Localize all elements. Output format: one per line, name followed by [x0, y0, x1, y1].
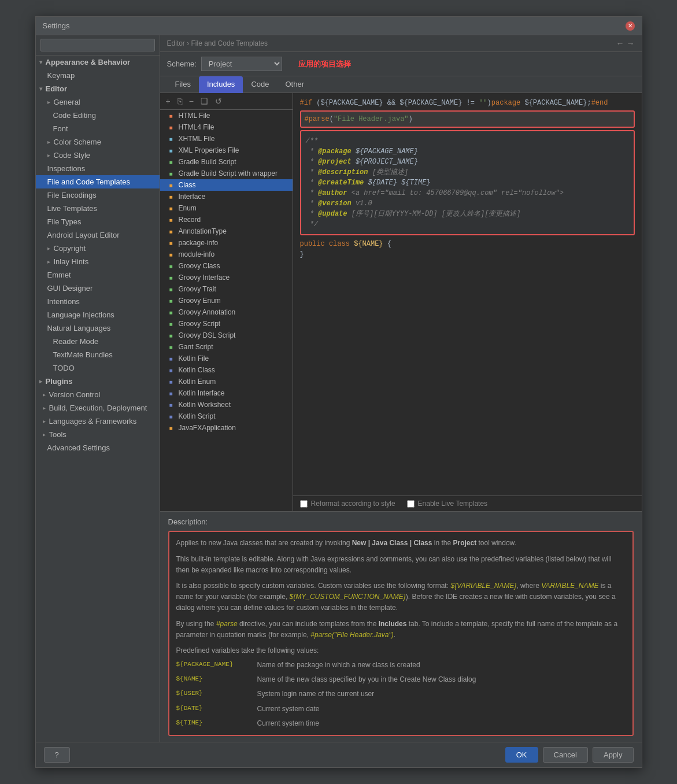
sidebar-item-editor[interactable]: ▾Editor [36, 82, 160, 95]
file-item[interactable]: ■Interface [160, 191, 293, 202]
sidebar-item-color-scheme[interactable]: ▸Color Scheme [36, 135, 160, 149]
sidebar-item-inlay-hints[interactable]: ▸Inlay Hints [36, 255, 160, 268]
sidebar-item-label-reader-mode: Reader Mode [53, 337, 99, 346]
tab-files[interactable]: Files [167, 76, 199, 93]
java-file-icon: ■ [167, 216, 175, 224]
sidebar-item-label-file-encodings: File Encodings [47, 191, 97, 199]
sidebar-item-copyright[interactable]: ▸Copyright [36, 242, 160, 255]
sidebar-item-general[interactable]: ▸General [36, 95, 160, 109]
file-item[interactable]: ■Record [160, 214, 293, 225]
file-item-label: HTML4 File [179, 123, 214, 131]
sidebar-item-font[interactable]: Font [36, 122, 160, 135]
file-item[interactable]: ■XML Properties File [160, 145, 293, 156]
file-item[interactable]: ■Groovy Annotation [160, 306, 293, 318]
groovy-file-icon: ■ [167, 285, 175, 293]
sidebar-item-code-editing[interactable]: Code Editing [36, 109, 160, 122]
live-templates-checkbox[interactable] [407, 500, 415, 508]
sidebar-item-label-color-scheme: Color Scheme [54, 138, 101, 146]
nav-forward-arrow[interactable]: → [627, 39, 635, 48]
apply-button[interactable]: Apply [593, 747, 634, 763]
sidebar-item-android-layout-editor[interactable]: Android Layout Editor [36, 228, 160, 242]
sidebar-item-gui-designer[interactable]: GUI Designer [36, 282, 160, 295]
file-item[interactable]: ■Groovy DSL Script [160, 330, 293, 341]
file-item[interactable]: ■Groovy Interface [160, 272, 293, 283]
sidebar-item-plugins[interactable]: ▸Plugins [36, 375, 160, 388]
sidebar-search-input[interactable] [40, 39, 155, 51]
file-item[interactable]: ■Kotlin File [160, 353, 293, 364]
ok-button[interactable]: OK [505, 747, 538, 763]
file-item[interactable]: ■Gradle Build Script with wrapper [160, 168, 293, 179]
scheme-select[interactable]: Project Default [201, 57, 282, 71]
file-item[interactable]: ■Gradle Build Script [160, 156, 293, 168]
sidebar-item-file-encodings[interactable]: File Encodings [36, 188, 160, 202]
sidebar-item-label-file-code-templates: File and Code Templates [47, 177, 131, 186]
sidebar-item-advanced-settings[interactable]: Advanced Settings [36, 441, 160, 454]
file-item[interactable]: ■Kotlin Worksheet [160, 399, 293, 411]
file-item[interactable]: ■Kotlin Class [160, 364, 293, 376]
sidebar-item-emmet[interactable]: Emmet [36, 268, 160, 282]
variable-desc: Current system time [257, 718, 319, 729]
copy-template-button[interactable]: ⎘ [175, 95, 184, 107]
sidebar-item-version-control[interactable]: ▸Version Control [36, 388, 160, 401]
sidebar-item-build-execution[interactable]: ▸Build, Execution, Deployment [36, 401, 160, 415]
file-item[interactable]: ■Groovy Script [160, 318, 293, 330]
file-item[interactable]: ■JavaFXApplication [160, 422, 293, 434]
expand-arrow-color-scheme: ▸ [47, 139, 50, 145]
tab-other[interactable]: Other [277, 76, 312, 93]
file-item-label: XHTML File [179, 135, 215, 143]
sidebar-item-languages-frameworks[interactable]: ▸Languages & Frameworks [36, 415, 160, 428]
file-item-label: Kotlin Worksheet [179, 401, 231, 409]
file-item[interactable]: ■Kotlin Interface [160, 387, 293, 399]
sidebar-item-keymap[interactable]: Keymap [36, 69, 160, 82]
sidebar-item-file-code-templates[interactable]: File and Code Templates [36, 175, 160, 188]
file-item[interactable]: ■HTML4 File [160, 121, 293, 133]
main-content: Editor › File and Code Templates ← → Sch… [160, 35, 642, 742]
file-item[interactable]: ■package-info [160, 237, 293, 249]
groovy-file-icon: ■ [167, 297, 175, 305]
file-item[interactable]: ■Kotlin Script [160, 411, 293, 422]
sidebar-item-label-general: General [54, 98, 80, 106]
tab-includes[interactable]: Includes [199, 76, 243, 93]
file-item[interactable]: ■module-info [160, 249, 293, 260]
duplicate-template-button[interactable]: ❑ [198, 95, 210, 107]
sidebar-item-tools[interactable]: ▸Tools [36, 428, 160, 441]
sidebar-item-reader-mode[interactable]: Reader Mode [36, 335, 160, 348]
file-item[interactable]: ■Class [160, 179, 293, 191]
remove-template-button[interactable]: − [187, 95, 196, 107]
file-item[interactable]: ■Kotlin Enum [160, 376, 293, 387]
sidebar-item-live-templates[interactable]: Live Templates [36, 202, 160, 215]
sidebar-item-intentions[interactable]: Intentions [36, 295, 160, 308]
gradle-file-icon: ■ [167, 158, 175, 166]
sidebar-item-textmate-bundles[interactable]: TextMate Bundles [36, 348, 160, 361]
reset-template-button[interactable]: ↺ [213, 95, 224, 107]
file-list-items: ■HTML File■HTML4 File■XHTML File■XML Pro… [160, 110, 293, 434]
sidebar-item-natural-languages[interactable]: Natural Languages [36, 321, 160, 335]
file-item[interactable]: ■Groovy Enum [160, 295, 293, 306]
sidebar-item-code-style[interactable]: ▸Code Style [36, 149, 160, 162]
sidebar-item-file-types[interactable]: File Types [36, 215, 160, 228]
live-templates-checkbox-label[interactable]: Enable Live Templates [407, 500, 488, 508]
file-item[interactable]: ■Gant Script [160, 341, 293, 353]
reformat-checkbox-label[interactable]: Reformat according to style [300, 500, 395, 508]
sidebar-item-inspections[interactable]: Inspections [36, 162, 160, 175]
sidebar-item-language-injections[interactable]: Language Injections [36, 308, 160, 321]
file-item-label: AnnotationType [179, 227, 227, 235]
file-item[interactable]: ■Groovy Class [160, 260, 293, 272]
code-editor[interactable]: #if (${PACKAGE_NAME} && ${PACKAGE_NAME} … [293, 93, 642, 495]
file-item[interactable]: ■HTML File [160, 110, 293, 121]
reformat-checkbox[interactable] [300, 500, 308, 508]
add-template-button[interactable]: + [164, 95, 173, 107]
cancel-button[interactable]: Cancel [543, 747, 588, 763]
nav-back-arrow[interactable]: ← [616, 39, 624, 48]
close-button[interactable]: ✕ [626, 21, 635, 31]
sidebar-item-label-inspections: Inspections [47, 164, 86, 173]
help-button[interactable]: ? [44, 747, 70, 763]
file-item[interactable]: ■AnnotationType [160, 225, 293, 237]
file-item[interactable]: ■XHTML File [160, 133, 293, 145]
tab-code[interactable]: Code [243, 76, 277, 93]
sidebar-item-appearance[interactable]: ▾Appearance & Behavior [36, 56, 160, 69]
sidebar-item-label-build-execution: Build, Execution, Deployment [49, 404, 147, 412]
sidebar-item-todo[interactable]: TODO [36, 361, 160, 375]
file-item[interactable]: ■Enum [160, 202, 293, 214]
file-item[interactable]: ■Groovy Trait [160, 283, 293, 295]
